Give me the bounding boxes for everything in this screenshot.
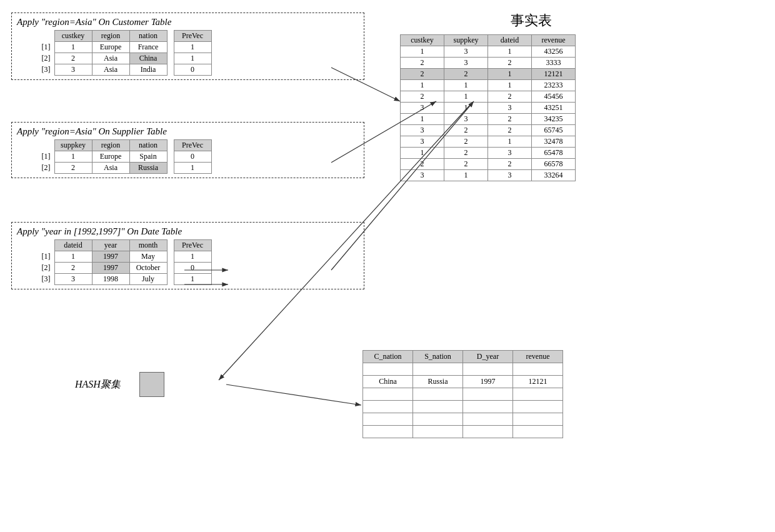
fact-row: 31333264 (401, 170, 576, 181)
fact-row: 21245456 (401, 91, 576, 103)
supplier-row-2: [2] 2 Asia Russia (17, 163, 167, 174)
date-row-1: [1] 1 1997 May (17, 251, 167, 263)
date-table: dateid year month [1] 1 1997 May [2] 2 (17, 239, 168, 285)
supplier-section: Apply "region=Asia" On Supplier Table su… (11, 122, 364, 178)
fact-row: 13143256 (401, 46, 576, 58)
result-col-cnation: C_nation (363, 351, 413, 363)
date-col-year: year (92, 240, 129, 251)
customer-col-nation: nation (129, 31, 167, 42)
supplier-row-1: [1] 1 Europe Spain (17, 151, 167, 163)
fact-row-shaded: 22112121 (401, 69, 576, 80)
result-row-empty (363, 363, 563, 376)
customer-table-area: custkey region nation [1] 1 Europe Franc… (17, 30, 359, 76)
fact-row: 12365478 (401, 148, 576, 159)
customer-section: Apply "region=Asia" On Customer Table cu… (11, 13, 364, 80)
result-col-dyear: D_year (463, 351, 513, 363)
supplier-col-suppkey: suppkey (54, 140, 92, 151)
customer-prevec-table: PreVec 1 1 0 (174, 30, 212, 76)
result-row-empty (363, 426, 563, 438)
date-col-month: month (129, 240, 167, 251)
fact-row: 2323333 (401, 58, 576, 69)
hash-section: HASH聚集 (75, 372, 164, 397)
date-row-3: [3] 3 1998 July (17, 274, 167, 285)
result-col-revenue: revenue (513, 351, 563, 363)
fact-row: 31343251 (401, 103, 576, 114)
main-container: 事实表 Apply "region=Asia" On Customer Tabl… (0, 0, 775, 532)
hash-label: HASH聚集 (75, 378, 121, 391)
supplier-col-region: region (92, 140, 129, 151)
customer-col-region: region (92, 31, 129, 42)
date-row-2: [2] 2 1997 October (17, 263, 167, 274)
hash-box (139, 372, 164, 397)
result-row-empty (363, 388, 563, 401)
supplier-prevec-table: PreVec 0 1 (174, 139, 212, 174)
date-col-dateid: dateid (54, 240, 92, 251)
zh-title: 事实表 (438, 11, 625, 30)
customer-col-custkey: custkey (54, 31, 92, 42)
date-table-area: dateid year month [1] 1 1997 May [2] 2 (17, 239, 359, 285)
supplier-col-nation: nation (129, 140, 167, 151)
fact-row: 32265745 (401, 125, 576, 136)
supplier-title: Apply "region=Asia" On Supplier Table (17, 126, 359, 137)
result-table: C_nation S_nation D_year revenue ChinaRu… (362, 350, 563, 438)
fact-row: 11123233 (401, 80, 576, 91)
result-table-container: C_nation S_nation D_year revenue ChinaRu… (362, 350, 563, 438)
customer-row-3: [3] 3 Asia India (17, 64, 167, 76)
date-title: Apply "year in [1992,1997]" On Date Tabl… (17, 226, 359, 237)
customer-row-2: [2] 2 Asia China (17, 53, 167, 64)
fact-table-container: custkey suppkey dateid revenue 13143256 … (400, 34, 576, 181)
arrow-hash-to-result (226, 384, 361, 405)
customer-table: custkey region nation [1] 1 Europe Franc… (17, 30, 168, 76)
result-col-snation: S_nation (413, 351, 463, 363)
supplier-table: suppkey region nation [1] 1 Europe Spain… (17, 139, 168, 174)
date-prevec-table: PreVec 1 0 1 (174, 239, 212, 285)
fact-row: 13234235 (401, 114, 576, 125)
result-row-empty (363, 413, 563, 426)
fact-col-custkey: custkey (401, 35, 444, 46)
fact-col-suppkey: suppkey (444, 35, 488, 46)
customer-title: Apply "region=Asia" On Customer Table (17, 17, 359, 28)
supplier-table-area: suppkey region nation [1] 1 Europe Spain… (17, 139, 359, 174)
fact-table: custkey suppkey dateid revenue 13143256 … (400, 34, 576, 181)
customer-row-1: [1] 1 Europe France (17, 42, 167, 53)
date-section: Apply "year in [1992,1997]" On Date Tabl… (11, 222, 364, 289)
fact-row: 32132478 (401, 136, 576, 148)
result-row-data: ChinaRussia199712121 (363, 376, 563, 388)
fact-row: 22266578 (401, 159, 576, 170)
fact-col-dateid: dateid (488, 35, 532, 46)
result-row-empty (363, 401, 563, 413)
fact-col-revenue: revenue (532, 35, 576, 46)
